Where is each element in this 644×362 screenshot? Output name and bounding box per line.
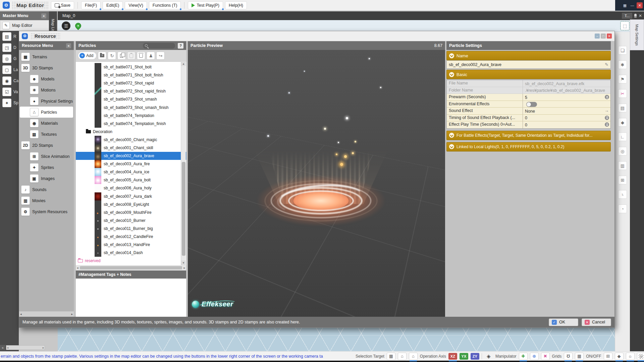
setting-value[interactable]: → bbox=[523, 101, 610, 108]
dock-tool-icon[interactable]: ◔ bbox=[618, 204, 627, 213]
resource-menu-item[interactable]: ▨ Textures bbox=[20, 129, 73, 140]
test-play-button[interactable]: Test Play(P) bbox=[188, 1, 223, 9]
settings-row[interactable]: Folder Name .¥res¥particle¥sb_ef_deco002… bbox=[447, 87, 610, 94]
dialog-maximize-icon[interactable]: □ bbox=[601, 34, 606, 39]
ime-icon[interactable]: ▦ bbox=[622, 2, 628, 8]
particle-list-item[interactable]: sb_ef_deco005_Aura_bolt bbox=[76, 176, 186, 184]
resource-menu-item[interactable]: ☻ Models bbox=[20, 73, 73, 84]
scroll-right-icon[interactable]: ▸ bbox=[71, 312, 73, 316]
resource-menu-item[interactable]: ▥ Movies bbox=[20, 195, 73, 206]
toolbar-item[interactable]: ⌂ bbox=[409, 353, 418, 360]
notes-area[interactable] bbox=[76, 279, 186, 317]
ok-button[interactable]: ✓ OK bbox=[549, 318, 578, 326]
collapse-icon[interactable]: « bbox=[41, 13, 46, 18]
toolbar-item[interactable]: XZ bbox=[448, 353, 457, 360]
minimize-icon[interactable]: — bbox=[629, 2, 635, 8]
start-point-pin-icon[interactable] bbox=[74, 21, 82, 30]
scroll-right-icon[interactable]: ▸ bbox=[43, 346, 44, 349]
spinner-icon[interactable] bbox=[605, 116, 609, 120]
toolbar-item[interactable]: ⌂ bbox=[398, 353, 407, 360]
toolbar-item[interactable]: ▦ bbox=[387, 353, 395, 360]
save-button[interactable]: Save bbox=[51, 1, 74, 9]
name-field[interactable]: sb_ef_deco002_Aura_brave ✎ bbox=[446, 60, 611, 69]
scroll-down-icon[interactable]: ▼ bbox=[181, 260, 186, 265]
resource-menu-scrollbar[interactable]: ◂ ▸ bbox=[19, 311, 74, 317]
settings-row[interactable]: Sound Effect None → bbox=[447, 108, 610, 115]
particle-list-item[interactable]: sb_ef_battle074_Temptation_finish bbox=[76, 120, 186, 128]
dock-item[interactable]: ◳ D bbox=[2, 43, 19, 52]
dialog-close-icon[interactable]: ✕ bbox=[607, 34, 612, 39]
tab-truncated[interactable]: T... bbox=[622, 13, 632, 19]
add-button[interactable]: + Add bbox=[78, 52, 97, 60]
toolbar-item[interactable]: YX bbox=[460, 353, 468, 360]
resource-menu-item[interactable]: ⊞ Slice Animation bbox=[20, 151, 73, 162]
map-settings-tab[interactable]: Map Settings bbox=[630, 19, 644, 50]
particle-list-item[interactable]: sb_ef_deco004_Aura_ice bbox=[76, 168, 186, 176]
particle-list-item[interactable]: sb_ef_deco002_Aura_brave bbox=[76, 152, 186, 160]
setting-value[interactable]: None → bbox=[523, 108, 610, 114]
setting-value[interactable]: 5 → bbox=[523, 94, 610, 101]
dock-tool-icon[interactable]: ◆ bbox=[618, 118, 627, 127]
particle-list-item[interactable]: sb_ef_deco007_Aura_dark bbox=[76, 192, 186, 200]
particle-list-hscrollbar[interactable]: ◂ ▸ bbox=[76, 265, 186, 270]
particle-list-item[interactable]: sb_ef_deco013_HandFire bbox=[76, 241, 186, 249]
menu-item[interactable]: Edit(E) bbox=[103, 1, 123, 9]
resource-menu-item[interactable]: ● Physical Settings bbox=[20, 96, 73, 107]
particle-list-item[interactable]: sb_ef_deco003_Aura_fire bbox=[76, 160, 186, 168]
scrollbar-track[interactable]: ◂ ▸ bbox=[6, 345, 45, 350]
dock-tool-icon[interactable]: ▥ bbox=[618, 161, 627, 170]
dock-item[interactable]: ◎ G bbox=[2, 54, 19, 63]
menu-item[interactable]: Functions (T) bbox=[149, 1, 181, 9]
dock-tool-icon[interactable]: ▤ bbox=[618, 104, 627, 112]
particle-list-item[interactable]: sb_ef_battle071_Shot_bolt bbox=[76, 63, 186, 71]
delete-button[interactable] bbox=[137, 52, 145, 60]
stamp-button[interactable]: ♟ bbox=[147, 52, 155, 60]
toolbar-item[interactable]: ☼ bbox=[626, 353, 635, 360]
export-button[interactable]: ↪ bbox=[156, 52, 165, 60]
toolbar-item[interactable]: ⊕ bbox=[530, 353, 539, 360]
settings-row[interactable]: Environmental Effects → bbox=[447, 101, 610, 108]
resource-menu-item[interactable]: 3D 3D Stamps bbox=[20, 62, 73, 73]
particle-list-item[interactable]: sb_ef_battle073_Shot_smash_finish bbox=[76, 103, 186, 111]
preview-viewport[interactable]: Effekseer bbox=[188, 50, 445, 317]
dock-tool-icon[interactable]: ◎ bbox=[618, 147, 627, 156]
dock-tool-icon[interactable]: ♄ bbox=[618, 190, 627, 199]
particle-list-vscrollbar[interactable]: ▲ ▼ bbox=[181, 61, 186, 265]
scroll-collapse-icon[interactable]: « bbox=[0, 345, 5, 350]
help-button[interactable]: ? bbox=[178, 43, 183, 49]
menu-item[interactable]: File(F) bbox=[81, 1, 101, 9]
close-window-icon[interactable]: ✕ bbox=[637, 2, 643, 8]
particle-list-item[interactable]: sb_ef_deco011_Burner_big bbox=[76, 225, 186, 233]
setting-value[interactable]: 0 → bbox=[523, 115, 610, 121]
toolbar-item[interactable]: ✚ bbox=[541, 353, 550, 360]
refresh-button[interactable]: ↻ bbox=[108, 52, 116, 60]
resource-menu-item[interactable]: ✦ Sprites bbox=[20, 162, 73, 173]
resource-menu-item[interactable]: ⚙ System Resources bbox=[20, 206, 73, 217]
particle-list-item[interactable]: sb_ef_deco000_Chant_magic bbox=[76, 136, 186, 144]
scroll-left-icon[interactable]: ◂ bbox=[20, 312, 22, 316]
name-section-header[interactable]: Name bbox=[446, 51, 611, 60]
resize-grip[interactable] bbox=[639, 354, 643, 359]
toolbar-item[interactable]: ✚ bbox=[519, 353, 528, 360]
dock-item[interactable]: ✦ Sp bbox=[2, 99, 19, 107]
particle-list-item[interactable]: Decoration bbox=[76, 128, 186, 136]
particle-list-item[interactable]: sb_ef_deco014_Dash bbox=[76, 249, 186, 257]
cancel-button[interactable]: ✕ Cancel bbox=[582, 318, 611, 326]
settings-row[interactable]: Effect Play Time (Seconds) 0=Aut... 0 → bbox=[447, 121, 610, 128]
scroll-up-icon[interactable]: ▲ bbox=[181, 61, 186, 66]
particle-list-item[interactable]: sb_ef_deco006_Aura_holy bbox=[76, 184, 186, 192]
dock-tool-icon[interactable]: ∟ bbox=[618, 132, 627, 141]
edit-pencil-icon[interactable]: ✎ bbox=[605, 62, 608, 67]
duplicate-button[interactable] bbox=[117, 52, 126, 60]
toolbar-item[interactable]: ◆ bbox=[615, 353, 624, 360]
settings-banner[interactable]: Linked to Local Lights(0, 1, 0, FFFFFFFF… bbox=[446, 142, 611, 152]
dock-tool-icon[interactable]: ❏ bbox=[618, 46, 627, 55]
dock-item[interactable]: ☑ Va bbox=[2, 87, 19, 96]
close-tab-icon[interactable]: ✕ bbox=[639, 13, 642, 18]
marquee-select-icon[interactable]: ⬚ bbox=[621, 21, 629, 30]
scroll-right-icon[interactable]: ▸ bbox=[183, 266, 185, 269]
dock-item[interactable]: ▤ R bbox=[2, 32, 19, 41]
particle-list-item[interactable]: sb_ef_battle072_Shot_rapid bbox=[76, 79, 186, 87]
scroll-left-icon[interactable]: ◂ bbox=[7, 346, 8, 349]
settings-row[interactable]: File Name sb_ef_deco002_Aura_brave.efk → bbox=[447, 80, 610, 87]
